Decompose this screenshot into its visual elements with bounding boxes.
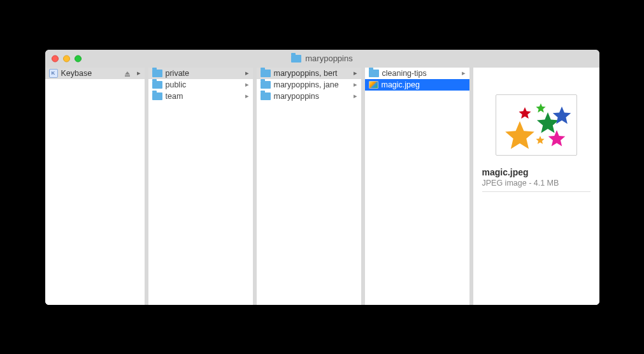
folder-icon xyxy=(152,70,162,77)
chevron-right-icon: ▸ xyxy=(244,81,250,88)
column-3[interactable]: cleaning-tips▸magic.jpeg xyxy=(365,68,473,305)
chevron-right-icon: ▸ xyxy=(352,81,359,88)
row-label: marypoppins, bert xyxy=(274,69,349,78)
column-2[interactable]: marypoppins, bert▸marypoppins, jane▸mary… xyxy=(257,68,365,305)
chevron-right-icon: ▸ xyxy=(244,70,250,77)
row-label: Keybase xyxy=(61,69,122,78)
close-button[interactable] xyxy=(52,55,59,62)
star-icon xyxy=(505,121,534,149)
drive-icon xyxy=(49,69,58,78)
maximize-button[interactable] xyxy=(75,55,82,62)
row-label: team xyxy=(166,92,241,101)
eject-icon[interactable] xyxy=(125,71,130,75)
star-icon xyxy=(536,136,544,144)
window-title-text: marypoppins xyxy=(305,54,352,63)
folder-icon xyxy=(291,55,301,63)
row-label: magic.jpeg xyxy=(382,80,467,89)
chevron-right-icon: ▸ xyxy=(136,70,142,77)
minimize-button[interactable] xyxy=(63,55,70,62)
window-titlebar[interactable]: marypoppins xyxy=(45,50,599,68)
folder-icon xyxy=(152,81,162,89)
finder-window: marypoppins Keybase▸private▸public▸team▸… xyxy=(45,50,599,305)
star-icon xyxy=(519,107,531,119)
drive-row[interactable]: Keybase▸ xyxy=(45,68,145,79)
folder-icon xyxy=(152,92,162,100)
star-icon xyxy=(536,103,545,112)
column-0[interactable]: Keybase▸ xyxy=(45,68,148,305)
folder-row[interactable]: marypoppins, bert▸ xyxy=(257,68,361,79)
preview-thumbnail[interactable] xyxy=(496,94,577,156)
row-label: marypoppins, jane xyxy=(274,80,349,89)
folder-row[interactable]: cleaning-tips▸ xyxy=(365,68,469,79)
star-icon xyxy=(548,130,565,146)
preview-meta: JPEG image - 4.1 MB xyxy=(482,179,590,192)
row-label: public xyxy=(166,80,241,89)
folder-icon xyxy=(261,70,271,77)
row-label: marypoppins xyxy=(274,92,349,101)
file-row[interactable]: magic.jpeg xyxy=(365,79,469,91)
column-1[interactable]: private▸public▸team▸ xyxy=(148,68,257,305)
folder-icon xyxy=(369,70,379,77)
preview-filename: magic.jpeg xyxy=(482,167,590,177)
preview-pane: magic.jpegJPEG image - 4.1 MB xyxy=(473,68,599,305)
chevron-right-icon: ▸ xyxy=(352,92,359,100)
image-file-icon xyxy=(369,81,378,89)
window-title: marypoppins xyxy=(291,54,352,63)
chevron-right-icon: ▸ xyxy=(461,70,467,77)
folder-row[interactable]: team▸ xyxy=(148,91,253,102)
folder-row[interactable]: marypoppins▸ xyxy=(257,91,361,102)
folder-row[interactable]: public▸ xyxy=(148,79,253,91)
folder-icon xyxy=(261,92,271,100)
chevron-right-icon: ▸ xyxy=(352,70,359,77)
folder-row[interactable]: marypoppins, jane▸ xyxy=(257,79,361,91)
column-view: Keybase▸private▸public▸team▸marypoppins,… xyxy=(45,68,599,305)
traffic-lights xyxy=(52,55,82,62)
folder-row[interactable]: private▸ xyxy=(148,68,253,79)
row-label: cleaning-tips xyxy=(382,69,457,78)
chevron-right-icon: ▸ xyxy=(244,92,250,100)
row-label: private xyxy=(166,69,241,78)
folder-icon xyxy=(261,81,271,89)
